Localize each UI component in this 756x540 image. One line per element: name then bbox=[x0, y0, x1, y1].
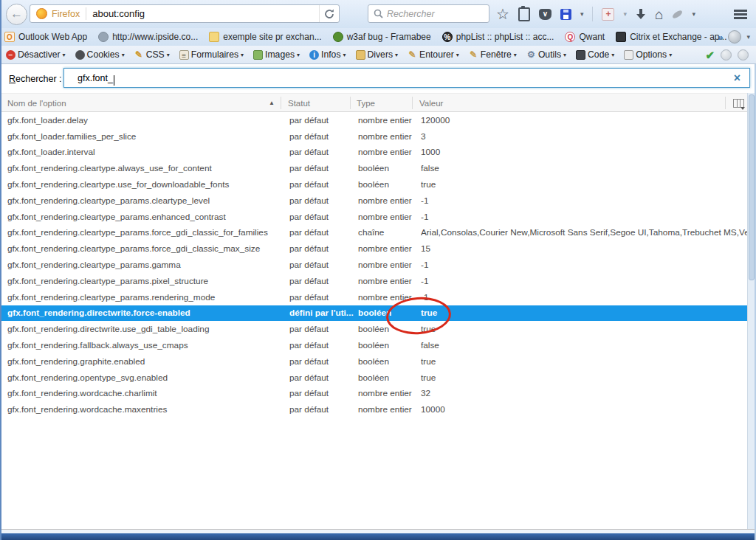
devtoolbar-item-label: Entourer bbox=[419, 49, 454, 60]
pref-value: Arial,Consolas,Courier New,Microsoft San… bbox=[421, 227, 748, 238]
devtoolbar-item-label: Outils bbox=[538, 49, 561, 60]
bookmark-item[interactable]: w3af bug - Framabee bbox=[333, 32, 431, 42]
config-row[interactable]: gfx.font_rendering.wordcache.maxentries … bbox=[1, 401, 748, 418]
config-row[interactable]: gfx.font_rendering.directwrite.use_gdi_t… bbox=[1, 321, 748, 337]
devtoolbar-item-label: Images bbox=[265, 49, 295, 60]
column-divider bbox=[281, 97, 281, 109]
config-row[interactable]: gfx.font_loader.delay par défaut nombre … bbox=[1, 112, 748, 128]
bookmark-item[interactable]: Q Qwant bbox=[565, 32, 605, 42]
column-picker-icon[interactable] bbox=[733, 99, 744, 108]
devtoolbar-item[interactable]: Images ▾ bbox=[253, 49, 300, 60]
pref-name: gfx.font_rendering.directwrite.use_gdi_t… bbox=[7, 324, 289, 334]
config-row[interactable]: gfx.font_rendering.cleartype_params.enha… bbox=[1, 209, 748, 225]
devtoolbar-item-label: Désactiver bbox=[18, 49, 61, 60]
devtoolbar-item[interactable]: − Désactiver ▾ bbox=[6, 49, 66, 60]
pref-value: true bbox=[421, 356, 748, 367]
vertical-scrollbar[interactable] bbox=[747, 93, 755, 530]
folder-icon bbox=[209, 32, 219, 42]
pref-name: gfx.font_rendering.cleartype_params.clea… bbox=[7, 195, 289, 206]
red-cross-addon-icon[interactable]: + bbox=[602, 8, 614, 21]
browser-search-bar[interactable] bbox=[368, 4, 489, 23]
devtoolbar-item[interactable]: i Infos ▾ bbox=[309, 49, 346, 60]
validation-check-icon[interactable]: ✔ bbox=[705, 49, 715, 62]
bookmark-star-icon[interactable]: ☆ bbox=[496, 7, 509, 21]
pref-value: 3 bbox=[421, 131, 748, 142]
pref-name: gfx.font_rendering.cleartype_params.forc… bbox=[7, 227, 289, 238]
pref-value: -1 bbox=[421, 260, 748, 270]
bookmark-item[interactable]: % phpList :: phpList :: acc... bbox=[442, 32, 554, 42]
bookmarks-overflow-chevron-icon[interactable]: » bbox=[718, 32, 723, 43]
bookmark-label: phpList :: phpList :: acc... bbox=[456, 32, 554, 42]
column-header-value[interactable]: Valeur bbox=[419, 94, 443, 113]
home-icon[interactable]: ⌂ bbox=[655, 7, 663, 21]
devtoolbar-item[interactable]: ✎ CSS ▾ bbox=[134, 49, 170, 60]
config-row[interactable]: gfx.font_rendering.cleartype.always_use_… bbox=[1, 160, 748, 176]
browser-search-input[interactable] bbox=[387, 9, 489, 19]
dropdown-caret-icon: ▾ bbox=[456, 52, 459, 58]
scrollbar-thumb[interactable] bbox=[749, 94, 755, 280]
devtoolbar-item[interactable]: Cookies ▾ bbox=[75, 49, 125, 60]
bookmark-item[interactable]: exemple site pr exchan... bbox=[209, 32, 321, 42]
bookmark-item[interactable]: O Outlook Web App bbox=[4, 32, 87, 42]
devtoolbar-item[interactable]: Options ▾ bbox=[624, 49, 672, 60]
reload-button[interactable] bbox=[319, 5, 339, 22]
config-row[interactable]: gfx.font_rendering.cleartype_params.clea… bbox=[1, 193, 748, 209]
pref-name: gfx.font_rendering.wordcache.maxentries bbox=[7, 404, 289, 415]
hamburger-menu-icon[interactable] bbox=[734, 10, 747, 12]
downloads-icon[interactable] bbox=[636, 8, 646, 20]
devtoolbar-item[interactable]: ≡ Formulaires ▾ bbox=[179, 49, 244, 60]
column-header-name[interactable]: Nom de l'option bbox=[7, 94, 66, 113]
sphere-dropdown-caret-icon[interactable]: ▾ bbox=[746, 34, 750, 41]
clipboard-icon[interactable] bbox=[518, 7, 530, 21]
bookmark-item[interactable]: Citrix et Exchange - ap... bbox=[616, 32, 726, 42]
url-bar[interactable]: Firefox about:config bbox=[30, 4, 340, 23]
devtoolbar-item[interactable]: Code ▾ bbox=[576, 49, 614, 60]
config-row[interactable]: gfx.font_loader.interval par défaut nomb… bbox=[1, 145, 748, 161]
tools-icon: ⚙ bbox=[526, 50, 536, 60]
config-search-input[interactable]: gfx.font_ × bbox=[63, 68, 750, 88]
column-header-status[interactable]: Statut bbox=[288, 94, 310, 113]
config-row[interactable]: gfx.font_rendering.directwrite.force-ena… bbox=[1, 305, 748, 322]
config-row[interactable]: gfx.font_rendering.cleartype.use_for_dow… bbox=[1, 176, 748, 193]
back-button[interactable]: ← bbox=[6, 4, 27, 25]
pref-status: par défaut bbox=[289, 195, 358, 206]
save-page-icon[interactable] bbox=[560, 9, 571, 20]
pref-status: par défaut bbox=[289, 324, 358, 334]
pref-type: nombre entier bbox=[358, 147, 421, 157]
config-row[interactable]: gfx.font_rendering.cleartype_params.rend… bbox=[1, 289, 748, 305]
status-indicator-icon[interactable] bbox=[738, 49, 749, 60]
save-dropdown-caret-icon[interactable]: ▾ bbox=[580, 11, 584, 18]
window-border-left bbox=[0, 0, 1, 540]
pocket-icon[interactable]: ∨ bbox=[539, 9, 551, 20]
column-header-type[interactable]: Type bbox=[357, 94, 375, 113]
url-text[interactable]: about:config bbox=[92, 8, 145, 19]
pref-name: gfx.font_loader.interval bbox=[7, 147, 289, 157]
config-row[interactable]: gfx.font_loader.families_per_slice par d… bbox=[1, 128, 748, 145]
pref-type: nombre entier bbox=[358, 115, 421, 125]
config-row[interactable]: gfx.font_rendering.wordcache.charlimit p… bbox=[1, 386, 748, 402]
devtoolbar-item[interactable]: ✎ Fenêtre ▾ bbox=[469, 49, 517, 60]
bookmark-label: Qwant bbox=[579, 32, 605, 42]
status-indicator-icon[interactable] bbox=[721, 49, 732, 60]
window-pencil-icon: ✎ bbox=[469, 50, 478, 60]
config-row[interactable]: gfx.font_rendering.fallback.always_use_c… bbox=[1, 337, 748, 353]
globe-sphere-icon[interactable] bbox=[728, 30, 741, 44]
addon-dropdown-caret-icon[interactable]: ▾ bbox=[623, 11, 627, 18]
config-row[interactable]: gfx.font_rendering.cleartype_params.forc… bbox=[1, 240, 748, 257]
feather-dropdown-caret-icon[interactable]: ▾ bbox=[692, 11, 695, 18]
dropdown-caret-icon: ▾ bbox=[167, 52, 170, 58]
config-row[interactable]: gfx.font_rendering.cleartype_params.forc… bbox=[1, 225, 748, 241]
config-row[interactable]: gfx.font_rendering.graphite.enabled par … bbox=[1, 353, 748, 370]
web-developer-toolbar: − Désactiver ▾ Cookies ▾ ✎ CSS ▾ ≡ Formu… bbox=[0, 46, 756, 64]
clear-search-icon[interactable]: × bbox=[734, 72, 740, 84]
pref-status: défini par l'uti... bbox=[289, 308, 358, 318]
feather-addon-icon[interactable] bbox=[672, 9, 684, 19]
bookmark-item[interactable]: http://www.ipside.co... bbox=[98, 32, 198, 42]
devtoolbar-item[interactable]: ⚙ Outils ▾ bbox=[526, 49, 566, 60]
filter-label: Rechercher : bbox=[9, 74, 62, 84]
config-row[interactable]: gfx.font_rendering.cleartype_params.pixe… bbox=[1, 273, 748, 289]
devtoolbar-item[interactable]: Divers ▾ bbox=[356, 49, 399, 60]
devtoolbar-item[interactable]: ✎ Entourer ▾ bbox=[408, 49, 459, 60]
config-row[interactable]: gfx.font_rendering.opentype_svg.enabled … bbox=[1, 370, 748, 386]
config-row[interactable]: gfx.font_rendering.cleartype_params.gamm… bbox=[1, 257, 748, 273]
